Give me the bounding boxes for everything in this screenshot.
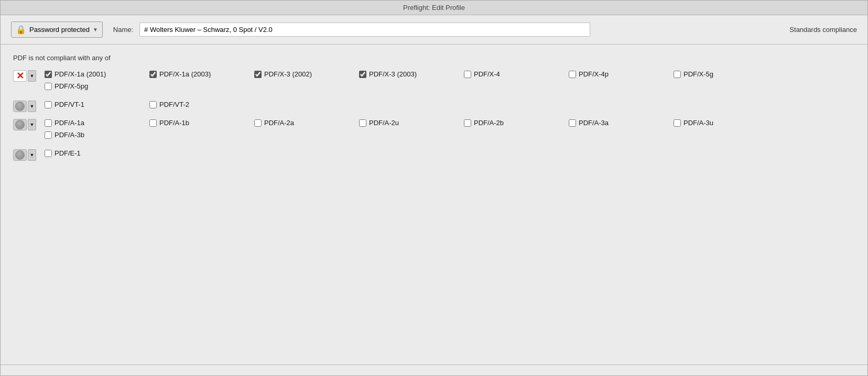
checkbox-pdfx-1a-2001[interactable]: PDF/X-1a (2001) [45,70,149,78]
main-window: Preflight: Edit Profile 🔒 Password prote… [0,0,868,376]
checkbox-pdfa-2a[interactable]: PDF/A-2a [254,119,359,127]
window-title: Preflight: Edit Profile [403,4,465,12]
circle-icon-vt [15,102,25,111]
pdfe-group: ▼ PDF/E-1 [13,148,855,167]
pdfvt-group: ▼ PDF/VT-1 PDF/VT-2 [13,99,855,118]
section-title: PDF is not compliant with any of [13,54,855,62]
checkbox-pdfa-3u[interactable]: PDF/A-3u [674,119,778,127]
x-mark-icon: ✕ [16,70,24,82]
checkbox-pdfa-3a[interactable]: PDF/A-3a [569,119,674,127]
content-area: PDF is not compliant with any of ✕ ▼ PDF… [1,45,867,364]
checkbox-pdfa-3u-label: PDF/A-3u [683,119,713,127]
checkbox-pdfx-1a-2003[interactable]: PDF/X-1a (2003) [149,70,254,78]
pdfx-group-dropdown[interactable]: ▼ [28,70,36,82]
checkbox-pdfa-2b-input[interactable] [464,119,471,127]
checkbox-pdfx-4-input[interactable] [464,71,471,78]
pdfa-checkboxes: PDF/A-1a PDF/A-1b PDF/A-2a PDF/A-2u [45,118,855,148]
checkbox-pdfx-3-2002[interactable]: PDF/X-3 (2002) [254,70,359,78]
standards-compliance-link[interactable]: Standards compliance [789,26,857,34]
circle-icon-a [15,120,25,129]
bottom-bar [1,364,867,375]
checkbox-pdfx-4p-input[interactable] [569,71,576,78]
checkbox-pdfa-2u-label: PDF/A-2u [369,119,399,127]
checkbox-pdfvt-2-label: PDF/VT-2 [159,101,189,108]
toolbar: 🔒 Password protected ▼ Name: Standards c… [1,15,867,45]
checkbox-pdfa-2b-label: PDF/A-2b [474,119,504,127]
checkbox-pdfvt-2-input[interactable] [149,101,157,108]
name-label: Name: [113,26,133,34]
checkbox-pdfx-5pg-input[interactable] [45,83,52,90]
checkbox-pdfa-3b-input[interactable] [45,131,52,139]
checkbox-pdfa-1a-label: PDF/A-1a [55,119,84,127]
checkbox-pdfa-1a-input[interactable] [45,119,52,127]
checkbox-pdfx-5pg-label: PDF/X-5pg [55,82,88,90]
checkbox-pdfa-1b-label: PDF/A-1b [159,119,189,127]
checkbox-pdfa-1b[interactable]: PDF/A-1b [149,119,254,127]
pdfe-group-dropdown[interactable]: ▼ [28,149,36,161]
pdfx-group-icon-col: ✕ ▼ [13,69,45,82]
password-dropdown-arrow: ▼ [93,27,98,32]
checkbox-pdfx-4p[interactable]: PDF/X-4p [569,70,674,78]
checkbox-pdfa-3a-input[interactable] [569,119,576,127]
pdfvt-group-dropdown[interactable]: ▼ [28,101,36,112]
pdfa-group-dropdown[interactable]: ▼ [28,119,36,130]
checkbox-pdfvt-1-label: PDF/VT-1 [55,101,84,108]
checkbox-pdfx-5g-label: PDF/X-5g [683,70,713,78]
checkbox-pdfx-1a-2003-input[interactable] [149,71,157,78]
checkbox-pdfx-4-label: PDF/X-4 [474,70,500,78]
pdfx-checkboxes: PDF/X-1a (2001) PDF/X-1a (2003) PDF/X-3 … [45,69,855,99]
checkbox-pdfa-2u[interactable]: PDF/A-2u [359,119,464,127]
checkbox-pdfx-5g[interactable]: PDF/X-5g [674,70,778,78]
checkbox-pdfa-3b[interactable]: PDF/A-3b [45,131,149,139]
checkbox-pdfx-3-2003-label: PDF/X-3 (2003) [369,70,417,78]
checkbox-pdfa-3b-label: PDF/A-3b [55,131,84,139]
checkbox-pdfx-5g-input[interactable] [674,71,681,78]
checkbox-pdfe-1-label: PDF/E-1 [55,149,81,157]
checkbox-pdfa-3a-label: PDF/A-3a [579,119,609,127]
pdfe-group-icon-col: ▼ [13,148,45,161]
pdfa-group: ▼ PDF/A-1a PDF/A-1b PDF/A-2a [13,118,855,148]
checkbox-pdfa-1b-input[interactable] [149,119,157,127]
lock-icon: 🔒 [16,25,26,35]
checks-area: ✕ ▼ PDF/X-1a (2001) PDF/X-1a (2003) [13,69,855,167]
checkbox-pdfx-4[interactable]: PDF/X-4 [464,70,569,78]
pdfvt-checkboxes: PDF/VT-1 PDF/VT-2 [45,99,855,118]
checkbox-pdfx-3-2003-input[interactable] [359,71,366,78]
checkbox-pdfx-1a-2003-label: PDF/X-1a (2003) [159,70,211,78]
checkbox-pdfx-3-2002-label: PDF/X-3 (2002) [264,70,312,78]
pdfe-neutral-icon[interactable] [13,149,27,161]
pdfvt-neutral-icon[interactable] [13,101,27,112]
checkbox-pdfa-1a[interactable]: PDF/A-1a [45,119,149,127]
checkbox-pdfx-3-2003[interactable]: PDF/X-3 (2003) [359,70,464,78]
checkbox-pdfe-1-input[interactable] [45,150,52,157]
circle-icon-e [15,150,25,160]
pdfa-neutral-icon[interactable] [13,119,27,130]
titlebar: Preflight: Edit Profile [1,1,867,15]
checkbox-pdfx-5pg[interactable]: PDF/X-5pg [45,82,149,90]
checkbox-pdfvt-1[interactable]: PDF/VT-1 [45,101,149,108]
checkbox-pdfx-3-2002-input[interactable] [254,71,262,78]
pdfe-checkboxes: PDF/E-1 [45,148,855,167]
pdfvt-group-icon-col: ▼ [13,99,45,112]
checkbox-pdfx-1a-2001-input[interactable] [45,71,52,78]
pdfx-error-icon[interactable]: ✕ [13,70,27,82]
checkbox-pdfx-4p-label: PDF/X-4p [579,70,609,78]
checkbox-pdfvt-1-input[interactable] [45,101,52,108]
password-protected-button[interactable]: 🔒 Password protected ▼ [11,21,103,38]
checkbox-pdfx-1a-2001-label: PDF/X-1a (2001) [55,70,106,78]
checkbox-pdfa-3u-input[interactable] [674,119,681,127]
checkbox-pdfa-2b[interactable]: PDF/A-2b [464,119,569,127]
profile-name-input[interactable] [139,23,590,37]
checkbox-pdfa-2u-input[interactable] [359,119,366,127]
checkbox-pdfa-2a-label: PDF/A-2a [264,119,294,127]
password-button-label: Password protected [29,26,90,34]
checkbox-pdfe-1[interactable]: PDF/E-1 [45,149,149,157]
checkbox-pdfvt-2[interactable]: PDF/VT-2 [149,101,254,108]
pdfa-group-icon-col: ▼ [13,118,45,130]
pdfx-group: ✕ ▼ PDF/X-1a (2001) PDF/X-1a (2003) [13,69,855,99]
checkbox-pdfa-2a-input[interactable] [254,119,262,127]
